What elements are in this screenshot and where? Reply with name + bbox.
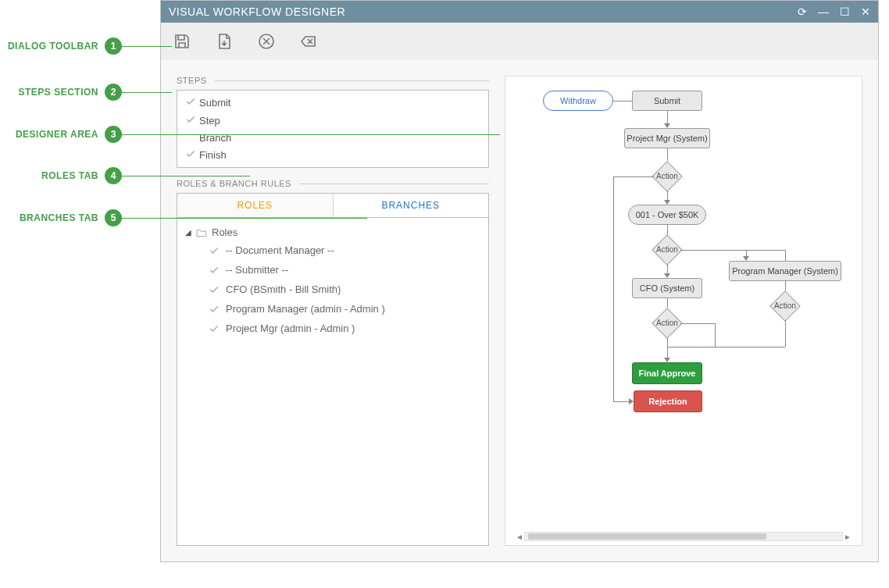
steps-box: SubmitStepBranchFinish: [177, 90, 489, 168]
connector: [613, 176, 654, 177]
tab-branches[interactable]: BRANCHES: [334, 194, 489, 217]
node-withdraw[interactable]: Withdraw: [543, 91, 613, 111]
step-item[interactable]: Step: [177, 112, 488, 130]
content-area: STEPS SubmitStepBranchFinish ROLES & BRA…: [161, 60, 878, 561]
export-button[interactable]: [214, 31, 234, 52]
connector: [680, 323, 715, 324]
callout-line: [122, 176, 250, 176]
role-item[interactable]: -- Document Manager --: [185, 241, 480, 260]
callout: DIALOG TOOLBAR1: [5, 37, 122, 55]
refresh-icon[interactable]: ⟳: [798, 5, 807, 18]
tabs: ROLES BRANCHES: [177, 193, 489, 217]
dialog-toolbar: [161, 23, 878, 60]
callout-badge: 1: [105, 37, 122, 55]
clear-button[interactable]: [298, 31, 319, 52]
scroll-left-icon[interactable]: ◄: [515, 533, 524, 541]
step-item[interactable]: Branch: [177, 130, 488, 146]
role-item[interactable]: Program Manager (admin - Admin ): [185, 299, 480, 319]
callout-line: [122, 46, 172, 47]
connector: [746, 250, 785, 251]
step-label: Submit: [199, 97, 230, 109]
tree-root-label: Roles: [212, 226, 237, 238]
maximize-icon[interactable]: ☐: [840, 5, 850, 18]
node-submit-label: Submit: [654, 96, 680, 105]
connector: [785, 281, 786, 290]
horizontal-scrollbar[interactable]: ◄ ►: [515, 531, 852, 542]
step-item[interactable]: Submit: [177, 94, 488, 112]
node-action-4[interactable]: Action: [769, 290, 801, 322]
connector: [715, 347, 785, 347]
app-window: VISUAL WORKFLOW DESIGNER ⟳ — ☐ ✕ STEPS S…: [160, 0, 879, 562]
callout-badge: 4: [105, 167, 122, 184]
connector: [667, 298, 668, 308]
minimize-icon[interactable]: —: [818, 5, 829, 18]
checkmark-icon: [209, 245, 220, 256]
connector: [613, 101, 632, 102]
connector: [667, 337, 668, 359]
node-rejection-label: Rejection: [648, 397, 687, 406]
designer-area[interactable]: Withdraw Submit Project Mgr (System) Ac: [505, 76, 862, 546]
caret-icon: ◢: [185, 228, 191, 237]
steps-header: STEPS: [177, 76, 489, 85]
callout-label: ROLES TAB: [5, 170, 98, 181]
window-controls: ⟳ — ☐ ✕: [798, 5, 870, 18]
window-title: VISUAL WORKFLOW DESIGNER: [169, 5, 345, 18]
role-label: CFO (BSmith - Bill Smith): [226, 283, 341, 295]
callout-label: DIALOG TOOLBAR: [5, 41, 98, 52]
scroll-track[interactable]: [524, 532, 843, 541]
node-program-mgr[interactable]: Program Manager (System): [729, 261, 841, 281]
callout: DESIGNER AREA3: [5, 126, 122, 143]
role-label: -- Submitter --: [226, 264, 288, 276]
callout-badge: 3: [105, 126, 122, 143]
callout-badge: 5: [105, 209, 122, 226]
connector: [680, 250, 746, 251]
node-cfo[interactable]: CFO (System): [632, 278, 702, 298]
callout-label: DESIGNER AREA: [5, 129, 98, 140]
step-item[interactable]: Finish: [177, 146, 488, 164]
node-over-50k-label: 001 - Over $50K: [636, 210, 699, 219]
connector: [613, 176, 614, 401]
scroll-right-icon[interactable]: ►: [843, 533, 852, 541]
checkmark-icon: [185, 114, 199, 127]
role-item[interactable]: -- Submitter --: [185, 260, 480, 280]
node-action-2[interactable]: Action: [652, 234, 683, 265]
callout-label: STEPS SECTION: [5, 87, 98, 98]
flowchart-canvas: Withdraw Submit Project Mgr (System) Ac: [519, 91, 848, 528]
node-project-mgr-label: Project Mgr (System): [627, 134, 707, 143]
tab-roles[interactable]: ROLES: [177, 194, 334, 217]
connector: [667, 148, 668, 161]
roles-branch-header: ROLES & BRANCH RULES: [177, 179, 489, 188]
diamond-label: Action: [769, 301, 801, 310]
role-item[interactable]: CFO (BSmith - Bill Smith): [185, 280, 480, 299]
step-label: Step: [199, 115, 220, 127]
close-icon[interactable]: ✕: [861, 5, 870, 18]
node-over-50k[interactable]: 001 - Over $50K: [628, 205, 706, 225]
roles-tree: ◢ Roles -- Document Manager ---- Submitt…: [177, 217, 489, 546]
callout: ROLES TAB4: [5, 167, 122, 184]
callout: BRANCHES TAB5: [5, 209, 122, 226]
node-project-mgr[interactable]: Project Mgr (System): [624, 128, 710, 148]
connector: [667, 347, 715, 347]
node-withdraw-label: Withdraw: [560, 96, 596, 105]
checkmark-icon: [209, 265, 220, 276]
node-final-approve[interactable]: Final Approve: [632, 362, 702, 384]
checkmark-icon: [185, 148, 199, 162]
role-label: -- Document Manager --: [226, 244, 334, 256]
node-submit[interactable]: Submit: [632, 91, 702, 111]
role-item[interactable]: Project Mgr (admin - Admin ): [185, 319, 480, 338]
role-label: Program Manager (admin - Admin ): [226, 303, 385, 315]
cancel-button[interactable]: [256, 31, 277, 52]
scroll-thumb[interactable]: [528, 533, 766, 540]
node-action-3[interactable]: Action: [652, 308, 683, 339]
callout-line: [122, 134, 500, 135]
node-action-1[interactable]: Action: [652, 161, 683, 192]
callout-line: [122, 92, 172, 93]
node-rejection[interactable]: Rejection: [634, 390, 702, 412]
diamond-label: Action: [652, 172, 683, 180]
tree-root[interactable]: ◢ Roles: [185, 224, 480, 241]
role-label: Project Mgr (admin - Admin ): [226, 323, 355, 334]
connector: [715, 323, 716, 347]
callout-line: [122, 218, 367, 219]
roles-branch-section: ROLES & BRANCH RULES ROLES BRANCHES ◢ Ro…: [177, 179, 489, 546]
save-button[interactable]: [172, 31, 192, 52]
